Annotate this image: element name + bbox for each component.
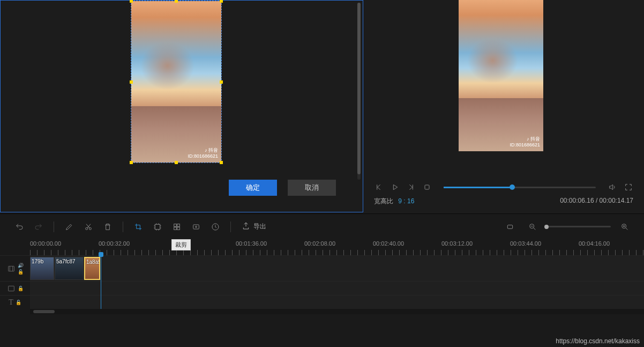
timeline-clip[interactable]: 5a7fc87 xyxy=(55,257,84,280)
clip-label: 1a8a58 xyxy=(86,259,100,265)
crop-handle-ne[interactable] xyxy=(220,0,223,3)
aspect-ratio: 宽高比 9 : 16 xyxy=(374,197,414,206)
svg-rect-0 xyxy=(425,185,429,189)
next-frame-button[interactable] xyxy=(406,182,416,192)
timeline-clip[interactable]: 1a8a58 xyxy=(84,257,100,280)
ruler-label: 00:04:16.00 xyxy=(579,240,610,247)
credit-text: https://blog.csdn.net/kakaxiss xyxy=(556,337,640,345)
svg-rect-8 xyxy=(193,225,199,229)
fit-button[interactable] xyxy=(501,218,519,235)
crop-preview-area[interactable]: ♪ 抖音 ID:801686621 xyxy=(1,1,363,172)
record-button[interactable] xyxy=(188,218,205,235)
transform-button[interactable] xyxy=(149,218,166,235)
crop-handle-w[interactable] xyxy=(130,80,133,84)
ruler-label: 00:01:36.00 xyxy=(236,240,267,247)
crop-scrollbar-thumb[interactable] xyxy=(357,3,361,174)
crop-dialog: ♪ 抖音 ID:801686621 确定 取消 xyxy=(0,0,363,212)
crop-scrollbar[interactable] xyxy=(357,3,361,180)
svg-rect-5 xyxy=(177,224,180,226)
crop-image-frame[interactable]: ♪ 抖音 ID:801686621 xyxy=(131,1,222,163)
ruler-label: 00:03:12.00 xyxy=(441,240,473,247)
crop-handle-sw[interactable] xyxy=(130,161,133,164)
watermark: ♪ 抖音 ID:801686621 xyxy=(188,147,218,159)
film-icon xyxy=(7,284,16,293)
tracks: 🔊 🔓 179b5a7fc871a8a58 🔓 T 🔓 xyxy=(0,255,644,309)
crop-handle-e[interactable] xyxy=(220,80,223,84)
video-track-head[interactable]: 🔊 🔓 xyxy=(0,256,30,281)
edit-button[interactable] xyxy=(61,218,78,235)
clip-label: 5a7fc87 xyxy=(56,259,76,264)
progress-handle[interactable] xyxy=(510,184,515,190)
prev-frame-button[interactable] xyxy=(374,182,384,192)
video-track-content[interactable]: 179b5a7fc871a8a58 xyxy=(30,256,644,281)
crop-handle-n[interactable] xyxy=(175,0,178,3)
crop-handle-s[interactable] xyxy=(175,161,178,164)
text-track: T 🔓 xyxy=(0,295,644,309)
preview-panel: ♪ 抖音 ID:801686621 宽高比 9 : 16 00:00:06.16… xyxy=(363,0,644,213)
timeline-ruler[interactable]: 00:00:00.0000:00:32.00:00.00:01:36.0000:… xyxy=(30,239,644,255)
cancel-button[interactable]: 取消 xyxy=(288,180,336,196)
stop-button[interactable] xyxy=(422,182,432,192)
svg-rect-14 xyxy=(8,266,14,271)
text-track-content[interactable] xyxy=(30,296,644,309)
undo-button[interactable] xyxy=(11,218,28,235)
audio-track-content[interactable] xyxy=(30,282,644,295)
svg-point-9 xyxy=(196,226,197,227)
cut-button[interactable] xyxy=(80,218,97,235)
clip-label: 179b xyxy=(32,259,43,264)
playhead[interactable] xyxy=(101,255,101,309)
lock-icon[interactable]: 🔓 xyxy=(18,286,24,291)
ruler-label: 00:02:08.00 xyxy=(304,240,335,247)
timeline: 00:00:00.0000:00:32.00:00.00:01:36.0000:… xyxy=(0,239,644,314)
video-track: 🔊 🔓 179b5a7fc871a8a58 xyxy=(0,255,644,281)
text-icon: T xyxy=(9,298,13,307)
mute-icon[interactable]: 🔊 xyxy=(18,263,24,268)
crop-handle-nw[interactable] xyxy=(130,0,133,3)
text-track-head[interactable]: T 🔓 xyxy=(0,296,30,309)
ruler-label: 00:00:32.00 xyxy=(99,240,130,247)
timeline-clip[interactable]: 179b xyxy=(30,257,54,280)
play-button[interactable] xyxy=(390,182,400,192)
svg-rect-15 xyxy=(8,286,14,291)
confirm-button[interactable]: 确定 xyxy=(229,180,277,196)
fullscreen-button[interactable] xyxy=(624,182,633,192)
zoom-in-button[interactable] xyxy=(616,218,633,235)
redo-button[interactable] xyxy=(30,218,47,235)
export-button[interactable]: 导出 xyxy=(237,222,271,232)
toolbar: 导出 xyxy=(0,213,644,239)
svg-rect-11 xyxy=(507,225,512,228)
timeline-scrollbar-thumb[interactable] xyxy=(33,310,55,313)
lock-icon[interactable]: 🔓 xyxy=(18,269,24,275)
ruler-label: 00:00:00.00 xyxy=(30,240,61,247)
volume-button[interactable] xyxy=(608,182,617,192)
crop-button[interactable] xyxy=(130,218,147,235)
film-icon xyxy=(7,264,16,273)
svg-rect-3 xyxy=(155,224,160,229)
zoom-out-button[interactable] xyxy=(524,218,541,235)
crop-tooltip: 裁剪 xyxy=(171,239,191,250)
ruler-label: 00:02:40.00 xyxy=(373,240,404,247)
timecode: 00:00:06.16 / 00:00:14.17 xyxy=(560,197,633,206)
svg-rect-6 xyxy=(174,227,177,230)
audio-track-head[interactable]: 🔓 xyxy=(0,282,30,295)
ruler-label: 00:03:44.00 xyxy=(510,240,541,247)
delete-button[interactable] xyxy=(99,218,116,235)
svg-rect-7 xyxy=(177,227,180,230)
zoom-slider[interactable] xyxy=(546,226,611,227)
grid-button[interactable] xyxy=(168,218,185,235)
progress-bar[interactable] xyxy=(444,187,596,188)
svg-rect-4 xyxy=(174,224,177,226)
zoom-handle[interactable] xyxy=(544,225,549,229)
timeline-scrollbar[interactable] xyxy=(30,309,644,314)
export-icon xyxy=(242,222,250,232)
preview-video: ♪ 抖音 ID:801686621 xyxy=(459,0,543,151)
crop-handle-se[interactable] xyxy=(220,161,223,164)
audio-track: 🔓 xyxy=(0,281,644,295)
speed-button[interactable] xyxy=(207,218,224,235)
lock-icon[interactable]: 🔓 xyxy=(16,300,21,305)
preview-watermark: ♪ 抖音 ID:801686621 xyxy=(510,136,540,148)
